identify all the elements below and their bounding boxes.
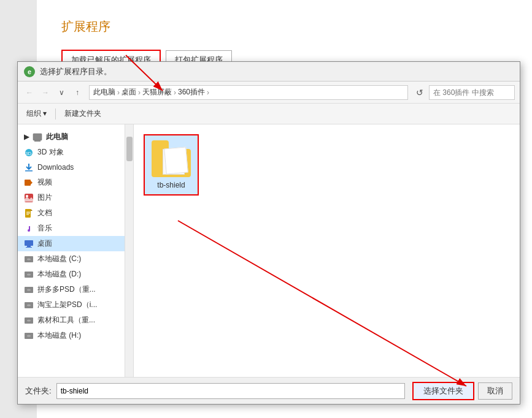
dialog-title: 选择扩展程序目录。 <box>40 66 112 77</box>
ext-page-title: 扩展程序 <box>61 18 507 35</box>
folder-input[interactable] <box>56 383 405 399</box>
3d-icon: 3D <box>24 148 34 158</box>
sidebar-scrollbar[interactable] <box>125 124 134 377</box>
file-area: tb-shield <box>134 124 520 377</box>
sidebar-item-pic[interactable]: 图片 <box>18 190 125 205</box>
breadcrumb-pc[interactable]: 此电脑 <box>93 87 115 97</box>
desktop-icon <box>24 239 34 249</box>
svg-rect-4 <box>25 170 33 172</box>
disk-taobao-icon <box>24 300 34 310</box>
sidebar-item-label-downloads: Downloads <box>37 163 74 172</box>
sidebar-item-disk-c[interactable]: 本地磁盘 (C:) <box>18 251 125 267</box>
sidebar-item-doc[interactable]: 文档 <box>18 205 125 221</box>
scrollbar-thumb <box>126 137 133 161</box>
sidebar-item-label-3d: 3D 对象 <box>37 147 64 158</box>
video-icon <box>24 178 34 188</box>
svg-point-20 <box>27 273 31 275</box>
sidebar-item-video[interactable]: 视频 <box>18 175 125 190</box>
file-item-tb-shield[interactable]: tb-shield <box>144 134 199 196</box>
svg-point-22 <box>27 289 31 291</box>
music-icon <box>24 224 34 234</box>
disk-h-icon <box>24 331 34 341</box>
sidebar-item-label-pic: 图片 <box>37 192 52 203</box>
svg-rect-0 <box>33 134 42 140</box>
sidebar-item-label-pc: 此电脑 <box>46 132 68 142</box>
pic-icon <box>24 193 34 203</box>
nav-recent-button[interactable]: ∨ <box>55 86 68 99</box>
dialog-toolbar: 组织 ▾ 新建文件夹 <box>18 104 520 124</box>
sidebar-item-disk-material[interactable]: 素材和工具（重... <box>18 313 125 328</box>
svg-rect-1 <box>34 140 40 142</box>
sidebar-item-disk-psd[interactable]: 拼多多PSD（重... <box>18 282 125 297</box>
breadcrumb-bar: 此电脑 › 桌面 › 天猫屏蔽 › 360插件 › <box>89 85 408 100</box>
sidebar-item-label-disk-h: 本地磁盘 (H:) <box>37 330 81 341</box>
nav-up-button[interactable]: ↑ <box>71 86 84 99</box>
svg-point-18 <box>27 258 31 260</box>
svg-point-26 <box>27 319 31 321</box>
cancel-dialog-button[interactable]: 取消 <box>478 382 512 400</box>
folder-icon <box>152 140 191 177</box>
svg-text:3D: 3D <box>25 151 31 156</box>
sidebar-item-disk-h[interactable]: 本地磁盘 (H:) <box>18 328 125 343</box>
dialog-titlebar: e 选择扩展程序目录。 <box>18 62 520 82</box>
sidebar-item-label-disk-psd: 拼多多PSD（重... <box>37 284 96 295</box>
sidebar-section-pc[interactable]: ▶ 此电脑 <box>18 129 125 145</box>
nav-back-button[interactable]: ← <box>23 86 36 99</box>
breadcrumb-desktop[interactable]: 桌面 <box>121 87 136 97</box>
sidebar-item-label-music: 音乐 <box>37 223 52 234</box>
svg-rect-16 <box>26 247 32 248</box>
sidebar-item-desktop[interactable]: 桌面 <box>18 236 125 251</box>
new-folder-button[interactable]: 新建文件夹 <box>62 107 104 120</box>
downloads-icon <box>24 162 34 172</box>
bottom-label: 文件夹: <box>25 386 52 397</box>
sidebar-item-music[interactable]: 音乐 <box>18 221 125 236</box>
dialog-icon: e <box>24 66 35 77</box>
dialog-content: ▶ 此电脑 3D 3D 对象 Downloads <box>18 124 520 377</box>
sidebar-item-disk-d[interactable]: 本地磁盘 (D:) <box>18 267 125 282</box>
svg-rect-14 <box>25 240 33 246</box>
svg-rect-15 <box>27 246 31 247</box>
svg-marker-6 <box>31 181 33 184</box>
svg-point-24 <box>27 304 31 306</box>
toolbar-divider <box>55 108 56 120</box>
breadcrumb-tmall[interactable]: 天猫屏蔽 <box>142 87 172 97</box>
file-item-label: tb-shield <box>157 181 185 189</box>
organize-button[interactable]: 组织 ▾ <box>24 107 49 120</box>
sidebar-item-label-desktop: 桌面 <box>37 238 52 249</box>
select-folder-button[interactable]: 选择文件夹 <box>412 382 474 400</box>
search-input[interactable] <box>429 85 515 100</box>
sidebar-item-label-disk-d: 本地磁盘 (D:) <box>37 269 81 279</box>
sidebar-item-label-doc: 文档 <box>37 208 52 218</box>
disk-material-icon <box>24 316 34 325</box>
sidebar-item-label-disk-taobao: 淘宝上架PSD（i... <box>37 300 97 310</box>
sidebar-item-disk-taobao[interactable]: 淘宝上架PSD（i... <box>18 297 125 313</box>
nav-forward-button[interactable]: → <box>39 86 52 99</box>
sidebar: ▶ 此电脑 3D 3D 对象 Downloads <box>18 124 125 377</box>
sidebar-item-label-disk-material: 素材和工具（重... <box>37 315 95 325</box>
file-dialog: e 选择扩展程序目录。 ← → ∨ ↑ 此电脑 › 桌面 › 天猫屏蔽 › 36… <box>17 61 520 405</box>
sidebar-item-label-disk-c: 本地磁盘 (C:) <box>37 254 81 264</box>
sidebar-item-3d[interactable]: 3D 3D 对象 <box>18 145 125 160</box>
dialog-bottom: 文件夹: 选择文件夹 取消 <box>18 377 520 404</box>
svg-marker-10 <box>31 209 33 211</box>
doc-icon <box>24 208 34 218</box>
sidebar-item-label-video: 视频 <box>37 177 52 188</box>
disk-c-icon <box>24 254 34 264</box>
breadcrumb-360[interactable]: 360插件 <box>178 87 205 97</box>
disk-psd-icon <box>24 285 34 295</box>
svg-rect-5 <box>25 180 31 186</box>
disk-d-icon <box>24 270 34 279</box>
dialog-navbar: ← → ∨ ↑ 此电脑 › 桌面 › 天猫屏蔽 › 360插件 › ↺ <box>18 82 520 104</box>
svg-point-28 <box>27 335 31 336</box>
sidebar-item-downloads[interactable]: Downloads <box>18 160 125 175</box>
nav-refresh-button[interactable]: ↺ <box>413 86 426 99</box>
